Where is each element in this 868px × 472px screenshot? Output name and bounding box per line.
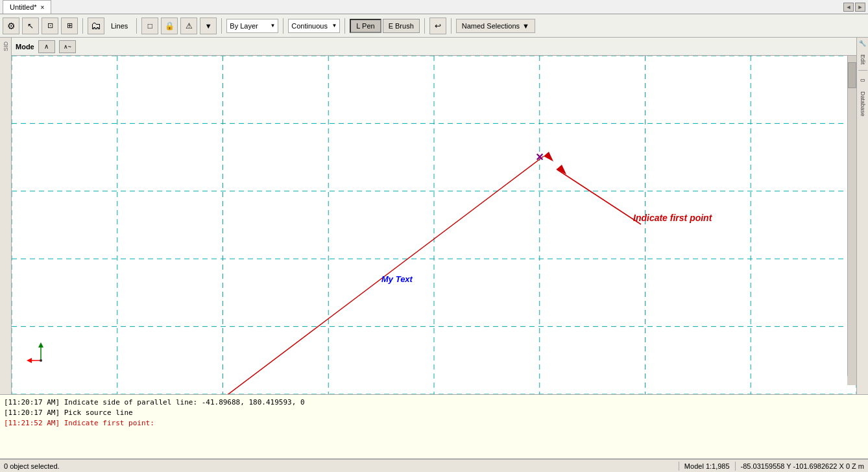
title-bar: Untitled* × ◄ ►	[0, 0, 868, 14]
point-marker: ✕	[535, 151, 544, 163]
separator-1	[82, 18, 83, 34]
log-line: [11:20:17 AM] Pick source line	[4, 408, 864, 418]
right-panel: 🔧 Edit ▭ Database	[856, 38, 868, 394]
window-controls: ◄ ►	[843, 3, 865, 12]
properties-icon-btn[interactable]: □	[141, 18, 158, 34]
mode-btn-1[interactable]: ∧	[38, 40, 55, 53]
canvas-area[interactable]: ✕ My Text Indicate first point	[12, 56, 856, 394]
tab-untitled[interactable]: Untitled* ×	[3, 0, 51, 14]
axis-indicator	[25, 335, 57, 368]
canvas-content: ✕ My Text Indicate first point	[12, 56, 856, 394]
continuous-arrow: ▼	[332, 23, 337, 29]
svg-point-8	[40, 359, 42, 362]
log-panel: [11:20:17 AM] Indicate side of parallel …	[0, 394, 868, 459]
axis-svg	[25, 335, 57, 367]
separator-4	[283, 18, 283, 34]
named-selections-button[interactable]: Named Selections ▼	[456, 19, 535, 33]
scale-value: 1:1,985	[706, 462, 730, 470]
alert-icon-btn[interactable]: ⚠	[180, 18, 197, 34]
nav-right-btn[interactable]: ►	[855, 3, 865, 12]
right-panel-icon[interactable]: 🔧	[858, 39, 867, 48]
mode-btn-2[interactable]: ∧~	[59, 40, 76, 53]
layer-name-label: Lines	[107, 22, 132, 30]
canvas-svg	[12, 56, 856, 394]
lock-icon-btn[interactable]: 🔒	[161, 18, 178, 34]
log-line: [11:21:52 AM] Indicate first point:	[4, 418, 864, 429]
status-bar: 0 object selected. Model 1:1,985 -85.031…	[0, 459, 868, 472]
svg-line-0	[213, 156, 544, 394]
sid-label: SID	[3, 41, 9, 51]
settings-icon-btn[interactable]: ⚙	[3, 18, 19, 34]
by-layer-dropdown[interactable]: By Layer ▼	[226, 19, 278, 33]
left-toolbar: SID	[0, 38, 12, 394]
separator-5	[344, 18, 345, 34]
model-label: Model	[684, 462, 704, 470]
v-scroll-thumb[interactable]	[848, 62, 856, 88]
separator-2	[136, 18, 137, 34]
layers-icon: 🗂	[91, 20, 101, 32]
tab-label: Untitled*	[10, 3, 37, 11]
named-sel-arrow: ▼	[522, 22, 529, 30]
status-separator-1	[679, 462, 679, 471]
edit-label[interactable]: Edit	[860, 54, 866, 65]
mode-label: Mode	[16, 43, 34, 51]
selected-count: 0 object selected.	[4, 462, 673, 470]
tab-bar: Untitled* ×	[3, 0, 51, 14]
my-text-label: My Text	[381, 274, 413, 284]
svg-marker-7	[27, 358, 32, 363]
database-label[interactable]: Database	[860, 91, 866, 117]
scroll-corner	[847, 376, 856, 385]
svg-line-1	[557, 169, 641, 224]
arrow-icon-btn[interactable]: ↩	[429, 18, 446, 34]
svg-marker-2	[557, 165, 566, 174]
continuous-dropdown[interactable]: Continuous ▼	[288, 19, 340, 33]
indicate-text-label: Indicate first point	[633, 213, 712, 223]
status-separator-2	[735, 462, 736, 471]
select-tool-btn[interactable]: ⊡	[42, 18, 58, 34]
pointer-tool-btn[interactable]: ↖	[22, 18, 39, 34]
separator-6	[424, 18, 425, 34]
pen-button[interactable]: L Pen	[350, 19, 381, 33]
mode-toolbar: Mode ∧ ∧~	[12, 38, 856, 56]
by-layer-arrow: ▼	[270, 23, 275, 29]
separator-3	[221, 18, 222, 34]
pen-brush-group: L Pen E Brush	[350, 19, 419, 33]
svg-marker-3	[544, 152, 553, 161]
log-line: [11:20:17 AM] Indicate side of parallel …	[4, 397, 864, 408]
vertical-scrollbar[interactable]	[847, 56, 856, 385]
separator-7	[451, 18, 452, 34]
coordinates: -85.03159558 Y -101.6982622 X 0 Z m	[741, 462, 864, 470]
main-toolbar: ⚙ ↖ ⊡ ⊞ 🗂 Lines □ 🔒 ⚠ ▼ By Layer ▼ Conti…	[0, 14, 868, 38]
nav-left-btn[interactable]: ◄	[843, 3, 854, 12]
more-icon-btn[interactable]: ▼	[200, 18, 217, 34]
layers-icon-btn[interactable]: 🗂	[88, 18, 104, 34]
grid-tool-btn[interactable]: ⊞	[61, 18, 78, 34]
svg-marker-5	[38, 342, 43, 348]
brush-button[interactable]: E Brush	[383, 19, 420, 33]
database-icon[interactable]: ▭	[858, 76, 867, 85]
tab-close-icon[interactable]: ×	[41, 4, 45, 11]
